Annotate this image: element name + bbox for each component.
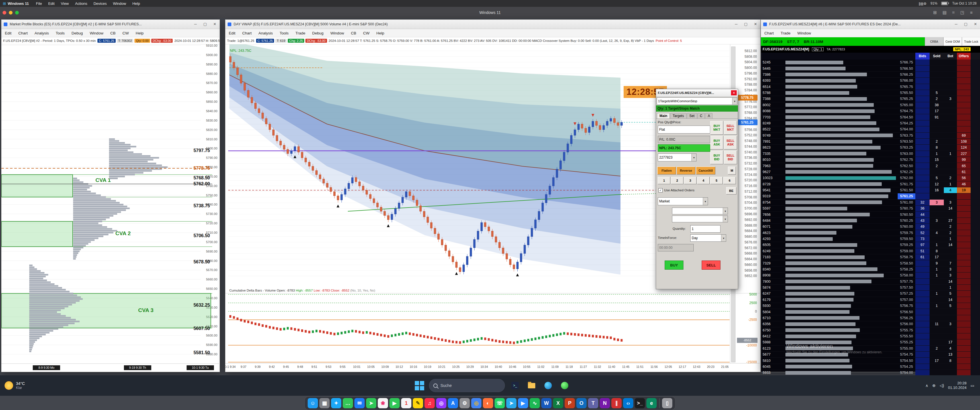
minimize-button[interactable]: ─ [191,20,200,29]
menu-item-debug[interactable]: Debug [68,31,86,35]
ladder-scroll-area[interactable] [970,370,980,375]
offers-cell[interactable]: 108 [957,139,970,145]
dom-qty[interactable]: Qty: 1 [812,47,824,51]
ladder-scroll-area[interactable] [970,96,980,102]
finder-icon[interactable]: ☺ [308,398,318,408]
dom-row-5760.75[interactable]: 55975760.753614 [761,205,980,211]
menu-item-cb[interactable]: CB [107,31,119,35]
trader-tab-main[interactable]: Main [657,113,670,118]
ladder-scroll-area[interactable] [970,352,980,358]
display-icon[interactable]: ▤ [920,2,923,6]
qty-preset-4[interactable]: 4 [697,177,710,184]
bids-cell[interactable]: 43 [915,218,929,224]
notes-icon[interactable]: ✎ [413,398,423,408]
start-button[interactable] [414,380,425,391]
dom-row-5756.75[interactable]: 59305756.7515 [761,303,980,309]
bids-cell[interactable] [915,321,929,327]
qty-preset-3[interactable]: 3 [684,177,697,184]
bids-cell[interactable] [915,84,929,90]
ladder-scroll-area[interactable] [970,139,980,145]
menu-item-edit[interactable]: Edit [225,31,239,35]
menu-item-trade[interactable]: Trade [292,31,309,35]
offers-cell[interactable] [957,224,970,229]
taskbar-trading-app[interactable] [558,379,571,392]
teams-icon[interactable]: T [588,398,598,408]
menu-item-analysis[interactable]: Analysis [31,31,52,35]
dom-row-5766.00[interactable]: 63935766.00 [761,78,980,84]
buy-mkt-button[interactable]: BUY MKT [710,121,723,135]
offers-cell[interactable]: 69 [957,133,970,138]
market-profile-titlebar[interactable]: Market Profile Blocks (ES) F.US.EPZ24 [C… [2,20,220,29]
dom-row-5754.75[interactable]: 56775754.7513 [761,352,980,358]
vm-titlebar[interactable]: Windows 11 ⊞▤⌗◳≡ [0,7,980,18]
menu-item-edit[interactable]: Edit [45,2,57,6]
photos-icon[interactable]: ❀ [378,398,388,408]
edge-icon[interactable]: e [646,398,657,408]
menu-item-window[interactable]: Window [327,31,348,35]
sell-button[interactable]: SELL [702,261,721,270]
onenote-icon[interactable]: N [600,398,610,408]
offers-cell[interactable]: 99 [957,157,970,162]
appstore-icon[interactable]: A [448,398,458,408]
dom-row-5761.25[interactable]: 93195761.25 [761,193,980,199]
menu-item-chart[interactable]: Chart [15,31,31,35]
dom-row-5763.00[interactable]: 73355763.0011227 [761,151,980,157]
offers-cell[interactable] [957,126,970,132]
ladder-scroll-area[interactable] [970,272,980,278]
menu-item-window[interactable]: Window [110,2,129,6]
bids-cell[interactable] [915,139,929,145]
offers-cell[interactable] [957,59,970,65]
menu-item-trade[interactable]: Trade [777,31,794,35]
menu-item-chart[interactable]: Chart [761,31,777,35]
dom-row-5764.75[interactable]: 80885764.7517 [761,108,980,114]
menu-item-help[interactable]: Help [373,31,388,35]
facetime-icon[interactable]: ▶ [390,398,400,408]
be-button[interactable]: BE [726,187,737,194]
offers-cell[interactable] [957,65,970,71]
menu-item-help[interactable]: Help [132,31,147,35]
menu-item-actions[interactable]: Actions [72,2,91,6]
settings-status-icon[interactable]: ⚙ [924,2,927,6]
bids-cell[interactable] [915,181,929,187]
ladder-scroll-area[interactable] [970,163,980,168]
sell-ask-button[interactable]: SELL ASK [724,136,737,149]
parallels-icon[interactable]: ∥ [611,398,622,408]
ladder-scroll-area[interactable] [970,205,980,211]
ladder-scroll-area[interactable] [970,339,980,345]
sell-bid-button[interactable]: SELL BID [724,151,737,164]
quantity-input[interactable]: 1 [690,225,721,233]
launchpad-icon[interactable]: ▦ [319,398,329,408]
bids-cell[interactable] [915,188,929,193]
system-preferences-icon[interactable]: ⚙ [460,398,470,408]
offers-cell[interactable]: 56 [957,175,970,181]
offers-cell[interactable] [957,352,970,358]
ladder-scroll-area[interactable] [970,315,980,321]
offers-cell[interactable] [957,254,970,260]
cancel-all-button[interactable]: CancelAll [696,167,715,175]
ladder-scroll-area[interactable] [970,78,980,83]
offers-cell[interactable] [957,334,970,339]
bids-cell[interactable] [915,285,929,291]
dom-row-5757.25[interactable]: 62475757.2515 [761,291,980,297]
bids-cell[interactable]: 73 [915,236,929,242]
ladder-scroll-area[interactable] [970,358,980,363]
bids-cell[interactable] [915,157,929,162]
extra-select-2[interactable] [672,216,728,222]
dom-row-5760.00[interactable]: 60715760.00492 [761,224,980,230]
offers-cell[interactable] [957,303,970,308]
bids-cell[interactable] [915,59,929,65]
ladder-scroll-area[interactable] [970,188,980,193]
ladder-scroll-area[interactable] [970,193,980,199]
bids-cell[interactable] [915,303,929,308]
offers-cell[interactable] [957,200,970,205]
dom-row-5764.25[interactable]: 82495764.25 [761,121,980,126]
offers-cell[interactable] [957,285,970,291]
dom-row-5756.25[interactable]: 67105756.25 [761,315,980,321]
outlook-icon[interactable]: O [576,398,587,408]
menu-item-chart[interactable]: Chart [239,31,255,35]
offers-cell[interactable] [957,90,970,96]
ladder-scroll-area[interactable] [970,90,980,96]
offers-cell[interactable] [957,315,970,321]
menu-item-edit[interactable]: Edit [2,31,15,35]
taskbar-terminal-app[interactable]: >_ [509,379,521,392]
